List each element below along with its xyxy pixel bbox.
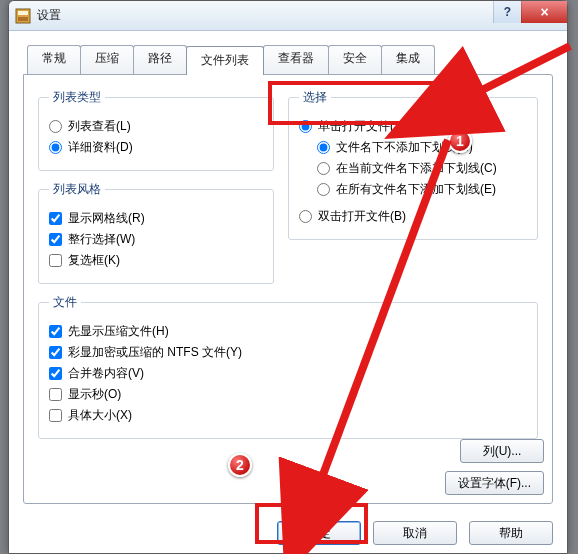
radio-underline-all-label: 在所有文件名下添加下划线(E)	[336, 181, 496, 198]
check-compressed-first-label: 先显示压缩文件(H)	[68, 323, 169, 340]
close-button[interactable]: ×	[521, 1, 567, 23]
check-merge-volumes-label: 合并卷内容(V)	[68, 365, 144, 382]
check-merge-volumes-row[interactable]: 合并卷内容(V)	[49, 365, 527, 382]
tab-filelist[interactable]: 文件列表	[186, 46, 264, 75]
check-exact-size-label: 具体大小(X)	[68, 407, 132, 424]
group-list-style: 列表风格 显示网格线(R) 整行选择(W) 复选框(K)	[38, 181, 274, 284]
radio-double-click-row[interactable]: 双击打开文件(B)	[299, 208, 527, 225]
group-selection: 选择 单击打开文件(S) 文件名下不添加下划线(N) 在当前文件名下添加下划线(…	[288, 89, 538, 240]
check-exact-size-row[interactable]: 具体大小(X)	[49, 407, 527, 424]
check-merge-volumes[interactable]	[49, 367, 62, 380]
radio-no-underline-row[interactable]: 文件名下不添加下划线(N)	[317, 139, 527, 156]
title-bar: 设置 ? ×	[9, 1, 567, 31]
tab-panel-filelist: 列表类型 列表查看(L) 详细资料(D) 列表风格	[23, 74, 553, 504]
font-button[interactable]: 设置字体(F)...	[445, 471, 544, 495]
cancel-button[interactable]: 取消	[373, 521, 457, 545]
group-list-type: 列表类型 列表查看(L) 详细资料(D)	[38, 89, 274, 171]
radio-no-underline[interactable]	[317, 141, 330, 154]
tab-strip: 常规 压缩 路径 文件列表 查看器 安全 集成	[27, 45, 553, 74]
app-icon	[15, 8, 31, 24]
annotation-badge-2: 2	[228, 453, 252, 477]
radio-list-view-label: 列表查看(L)	[68, 118, 131, 135]
check-compressed-first-row[interactable]: 先显示压缩文件(H)	[49, 323, 527, 340]
radio-details[interactable]	[49, 141, 62, 154]
check-ntfs-color[interactable]	[49, 346, 62, 359]
radio-double-click[interactable]	[299, 210, 312, 223]
title-text: 设置	[37, 7, 61, 24]
radio-details-row[interactable]: 详细资料(D)	[49, 139, 263, 156]
annotation-badge-1: 1	[448, 129, 472, 153]
svg-rect-2	[18, 17, 28, 21]
legend-list-style: 列表风格	[49, 181, 105, 198]
settings-dialog: 设置 ? × 常规 压缩 路径 文件列表 查看器 安全 集成 列表类型	[8, 0, 568, 554]
check-gridlines-row[interactable]: 显示网格线(R)	[49, 210, 263, 227]
radio-list-view-row[interactable]: 列表查看(L)	[49, 118, 263, 135]
ok-button[interactable]: 确定	[277, 521, 361, 545]
tab-security[interactable]: 安全	[328, 45, 382, 74]
check-exact-size[interactable]	[49, 409, 62, 422]
check-compressed-first[interactable]	[49, 325, 62, 338]
group-files: 文件 先显示压缩文件(H) 彩显加密或压缩的 NTFS 文件(Y) 合并卷内容(…	[38, 294, 538, 439]
radio-underline-current-row[interactable]: 在当前文件名下添加下划线(C)	[317, 160, 527, 177]
radio-underline-all[interactable]	[317, 183, 330, 196]
check-gridlines-label: 显示网格线(R)	[68, 210, 145, 227]
check-checkbox-label: 复选框(K)	[68, 252, 120, 269]
legend-selection: 选择	[299, 89, 331, 106]
check-fullrow-row[interactable]: 整行选择(W)	[49, 231, 263, 248]
legend-list-type: 列表类型	[49, 89, 105, 106]
radio-list-view[interactable]	[49, 120, 62, 133]
radio-details-label: 详细资料(D)	[68, 139, 133, 156]
tab-path[interactable]: 路径	[133, 45, 187, 74]
check-checkbox[interactable]	[49, 254, 62, 267]
svg-rect-1	[18, 11, 28, 15]
dialog-footer: 确定 取消 帮助	[9, 521, 567, 545]
tab-general[interactable]: 常规	[27, 45, 81, 74]
check-show-seconds-label: 显示秒(O)	[68, 386, 121, 403]
legend-files: 文件	[49, 294, 81, 311]
help-button[interactable]: ?	[493, 1, 521, 23]
help-button-footer[interactable]: 帮助	[469, 521, 553, 545]
radio-single-click-label: 单击打开文件(S)	[318, 118, 406, 135]
radio-underline-current[interactable]	[317, 162, 330, 175]
radio-double-click-label: 双击打开文件(B)	[318, 208, 406, 225]
columns-button[interactable]: 列(U)...	[460, 439, 544, 463]
check-fullrow-label: 整行选择(W)	[68, 231, 135, 248]
check-show-seconds-row[interactable]: 显示秒(O)	[49, 386, 527, 403]
check-fullrow[interactable]	[49, 233, 62, 246]
radio-underline-all-row[interactable]: 在所有文件名下添加下划线(E)	[317, 181, 527, 198]
check-ntfs-color-label: 彩显加密或压缩的 NTFS 文件(Y)	[68, 344, 242, 361]
radio-single-click[interactable]	[299, 120, 312, 133]
radio-single-click-row[interactable]: 单击打开文件(S)	[299, 118, 527, 135]
tab-viewer[interactable]: 查看器	[263, 45, 329, 74]
check-gridlines[interactable]	[49, 212, 62, 225]
check-checkbox-row[interactable]: 复选框(K)	[49, 252, 263, 269]
tab-integration[interactable]: 集成	[381, 45, 435, 74]
check-ntfs-color-row[interactable]: 彩显加密或压缩的 NTFS 文件(Y)	[49, 344, 527, 361]
check-show-seconds[interactable]	[49, 388, 62, 401]
tab-compress[interactable]: 压缩	[80, 45, 134, 74]
client-area: 常规 压缩 路径 文件列表 查看器 安全 集成 列表类型 列表查看(L)	[9, 31, 567, 553]
radio-underline-current-label: 在当前文件名下添加下划线(C)	[336, 160, 497, 177]
